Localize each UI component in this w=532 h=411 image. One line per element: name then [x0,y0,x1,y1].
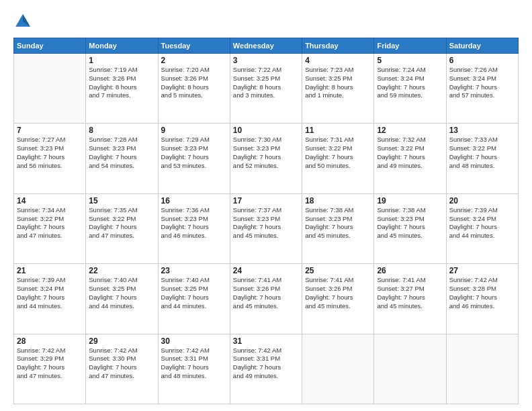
day-number: 21 [17,266,83,275]
day-number: 25 [305,266,371,275]
day-number: 27 [449,266,515,275]
calendar-day-cell: 27Sunrise: 7:42 AMSunset: 3:28 PMDayligh… [446,264,518,334]
calendar-day-cell: 8Sunrise: 7:28 AMSunset: 3:23 PMDaylight… [86,124,158,193]
day-info: Sunrise: 7:36 AMSunset: 3:23 PMDaylight:… [161,206,227,240]
calendar-day-cell: 16Sunrise: 7:36 AMSunset: 3:23 PMDayligh… [158,193,230,263]
calendar-day-cell: 29Sunrise: 7:42 AMSunset: 3:30 PMDayligh… [86,334,158,404]
day-info: Sunrise: 7:39 AMSunset: 3:24 PMDaylight:… [17,276,83,310]
day-info: Sunrise: 7:20 AMSunset: 3:26 PMDaylight:… [161,66,227,100]
calendar-day-cell: 15Sunrise: 7:35 AMSunset: 3:22 PMDayligh… [86,193,158,263]
calendar-day-cell: 24Sunrise: 7:41 AMSunset: 3:26 PMDayligh… [230,264,302,334]
day-info: Sunrise: 7:19 AMSunset: 3:26 PMDaylight:… [89,66,154,100]
header [13,12,519,31]
day-number: 3 [233,56,299,65]
calendar-day-cell: 19Sunrise: 7:38 AMSunset: 3:23 PMDayligh… [374,193,446,263]
day-number: 10 [233,126,299,135]
day-info: Sunrise: 7:28 AMSunset: 3:23 PMDaylight:… [89,136,154,170]
day-number: 12 [377,126,443,135]
day-info: Sunrise: 7:40 AMSunset: 3:25 PMDaylight:… [161,276,227,310]
weekday-saturday: Saturday [446,38,518,54]
day-info: Sunrise: 7:23 AMSunset: 3:25 PMDaylight:… [305,66,371,100]
calendar-day-cell [374,334,446,404]
day-info: Sunrise: 7:34 AMSunset: 3:22 PMDaylight:… [17,206,83,240]
day-info: Sunrise: 7:22 AMSunset: 3:25 PMDaylight:… [233,66,299,100]
calendar-day-cell: 31Sunrise: 7:42 AMSunset: 3:31 PMDayligh… [230,334,302,404]
calendar-week-row: 7Sunrise: 7:27 AMSunset: 3:23 PMDaylight… [14,124,519,193]
day-number: 15 [89,196,154,205]
day-info: Sunrise: 7:35 AMSunset: 3:22 PMDaylight:… [89,206,154,240]
day-number: 4 [305,56,371,65]
day-info: Sunrise: 7:40 AMSunset: 3:25 PMDaylight:… [89,276,154,310]
day-number: 2 [161,56,227,65]
calendar-day-cell: 23Sunrise: 7:40 AMSunset: 3:25 PMDayligh… [158,264,230,334]
weekday-header-row: SundayMondayTuesdayWednesdayThursdayFrid… [14,38,519,54]
calendar-day-cell: 5Sunrise: 7:24 AMSunset: 3:24 PMDaylight… [374,54,446,124]
day-number: 28 [17,336,83,346]
day-number: 9 [161,126,227,135]
calendar-day-cell: 3Sunrise: 7:22 AMSunset: 3:25 PMDaylight… [230,54,302,124]
calendar-day-cell [302,334,374,404]
day-info: Sunrise: 7:42 AMSunset: 3:31 PMDaylight:… [161,347,227,381]
calendar-week-row: 1Sunrise: 7:19 AMSunset: 3:26 PMDaylight… [14,54,519,124]
day-number: 24 [233,266,299,275]
day-info: Sunrise: 7:29 AMSunset: 3:23 PMDaylight:… [161,136,227,170]
calendar-day-cell: 14Sunrise: 7:34 AMSunset: 3:22 PMDayligh… [14,193,86,263]
day-info: Sunrise: 7:31 AMSunset: 3:22 PMDaylight:… [305,136,371,170]
day-number: 17 [233,196,299,205]
day-number: 22 [89,266,154,275]
calendar-day-cell: 4Sunrise: 7:23 AMSunset: 3:25 PMDaylight… [302,54,374,124]
day-info: Sunrise: 7:27 AMSunset: 3:23 PMDaylight:… [17,136,83,170]
day-number: 16 [161,196,227,205]
day-number: 31 [233,336,299,346]
day-info: Sunrise: 7:41 AMSunset: 3:26 PMDaylight:… [305,276,371,310]
day-number: 6 [449,56,515,65]
day-number: 23 [161,266,227,275]
day-info: Sunrise: 7:26 AMSunset: 3:24 PMDaylight:… [449,66,515,100]
calendar-week-row: 21Sunrise: 7:39 AMSunset: 3:24 PMDayligh… [14,264,519,334]
day-info: Sunrise: 7:32 AMSunset: 3:22 PMDaylight:… [377,136,443,170]
day-number: 30 [161,336,227,346]
calendar-day-cell: 26Sunrise: 7:41 AMSunset: 3:27 PMDayligh… [374,264,446,334]
logo [13,12,35,31]
calendar-day-cell: 12Sunrise: 7:32 AMSunset: 3:22 PMDayligh… [374,124,446,193]
day-number: 5 [377,56,443,65]
calendar-day-cell: 1Sunrise: 7:19 AMSunset: 3:26 PMDaylight… [86,54,158,124]
day-info: Sunrise: 7:39 AMSunset: 3:24 PMDaylight:… [449,206,515,240]
day-number: 8 [89,126,154,135]
calendar-week-row: 14Sunrise: 7:34 AMSunset: 3:22 PMDayligh… [14,193,519,263]
calendar-day-cell: 22Sunrise: 7:40 AMSunset: 3:25 PMDayligh… [86,264,158,334]
day-info: Sunrise: 7:38 AMSunset: 3:23 PMDaylight:… [305,206,371,240]
calendar-day-cell: 13Sunrise: 7:33 AMSunset: 3:22 PMDayligh… [446,124,518,193]
logo-icon [13,12,32,31]
calendar-day-cell: 10Sunrise: 7:30 AMSunset: 3:23 PMDayligh… [230,124,302,193]
day-info: Sunrise: 7:30 AMSunset: 3:23 PMDaylight:… [233,136,299,170]
calendar-day-cell: 25Sunrise: 7:41 AMSunset: 3:26 PMDayligh… [302,264,374,334]
day-info: Sunrise: 7:24 AMSunset: 3:24 PMDaylight:… [377,66,443,100]
day-number: 7 [17,126,83,135]
day-info: Sunrise: 7:41 AMSunset: 3:27 PMDaylight:… [377,276,443,310]
calendar-day-cell: 18Sunrise: 7:38 AMSunset: 3:23 PMDayligh… [302,193,374,263]
day-number: 26 [377,266,443,275]
calendar-day-cell: 11Sunrise: 7:31 AMSunset: 3:22 PMDayligh… [302,124,374,193]
weekday-sunday: Sunday [14,38,86,54]
calendar-day-cell: 6Sunrise: 7:26 AMSunset: 3:24 PMDaylight… [446,54,518,124]
day-number: 18 [305,196,371,205]
day-number: 14 [17,196,83,205]
weekday-friday: Friday [374,38,446,54]
day-number: 20 [449,196,515,205]
day-info: Sunrise: 7:42 AMSunset: 3:31 PMDaylight:… [233,347,299,381]
calendar-day-cell: 28Sunrise: 7:42 AMSunset: 3:29 PMDayligh… [14,334,86,404]
calendar-day-cell: 20Sunrise: 7:39 AMSunset: 3:24 PMDayligh… [446,193,518,263]
calendar-week-row: 28Sunrise: 7:42 AMSunset: 3:29 PMDayligh… [14,334,519,404]
day-info: Sunrise: 7:33 AMSunset: 3:22 PMDaylight:… [449,136,515,170]
calendar-day-cell: 17Sunrise: 7:37 AMSunset: 3:23 PMDayligh… [230,193,302,263]
day-number: 29 [89,336,154,346]
calendar-day-cell: 2Sunrise: 7:20 AMSunset: 3:26 PMDaylight… [158,54,230,124]
day-number: 1 [89,56,154,65]
calendar-day-cell: 21Sunrise: 7:39 AMSunset: 3:24 PMDayligh… [14,264,86,334]
day-info: Sunrise: 7:42 AMSunset: 3:30 PMDaylight:… [89,347,154,381]
day-info: Sunrise: 7:41 AMSunset: 3:26 PMDaylight:… [233,276,299,310]
weekday-monday: Monday [86,38,158,54]
day-number: 13 [449,126,515,135]
calendar-table: SundayMondayTuesdayWednesdayThursdayFrid… [13,38,519,404]
